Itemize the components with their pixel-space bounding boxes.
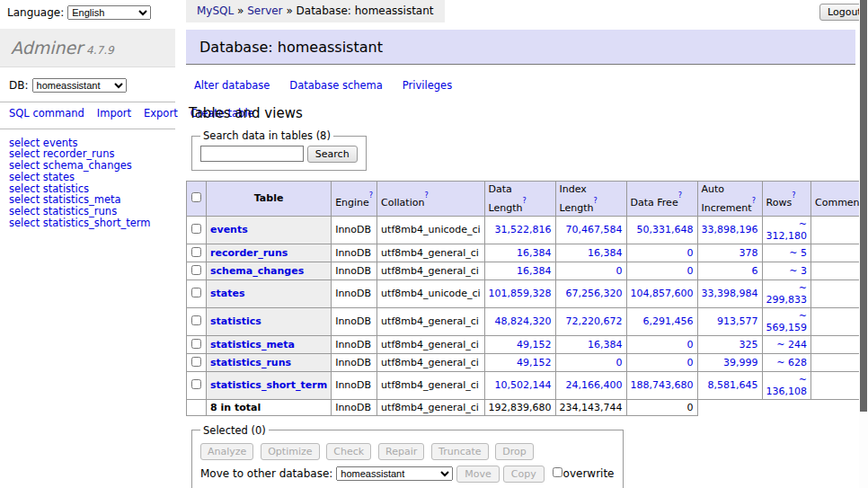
sql-command-link[interactable]: SQL command — [9, 107, 84, 120]
export-link[interactable]: Export — [144, 107, 178, 120]
overwrite-checkbox[interactable] — [553, 467, 562, 477]
data-free-link[interactable]: 188,743,680 — [631, 379, 694, 391]
rows-count-link[interactable]: ~ 628 — [776, 357, 807, 368]
total-label: 8 in total — [207, 399, 332, 415]
database-schema-link[interactable]: Database schema — [289, 79, 382, 92]
search-input[interactable] — [200, 146, 304, 162]
table-name-link[interactable]: recorder_runs — [210, 247, 288, 259]
rows-count-link[interactable]: ~ 569,159 — [766, 310, 808, 333]
data-length-link[interactable]: 49,152 — [517, 357, 552, 368]
index-length-link[interactable]: 72,220,672 — [566, 315, 623, 327]
row-checkbox[interactable] — [191, 339, 201, 349]
index-length-link[interactable]: 0 — [616, 357, 623, 368]
row-checkbox-cell — [187, 335, 207, 353]
data-length-link[interactable]: 49,152 — [517, 339, 552, 350]
data-length-link[interactable]: 10,502,144 — [495, 379, 552, 391]
rows-count-link[interactable]: ~ 3 — [789, 265, 807, 277]
data-free-link[interactable]: 0 — [687, 265, 694, 277]
row-checkbox[interactable] — [191, 224, 201, 234]
alter-database-link[interactable]: Alter database — [194, 79, 270, 92]
index-length-link[interactable]: 70,467,584 — [566, 224, 623, 235]
row-checkbox[interactable] — [191, 288, 201, 297]
table-name-link[interactable]: statistics — [210, 315, 261, 327]
search-button[interactable]: Search — [307, 146, 358, 163]
sidebar-table-list: select events select recorder_runs selec… — [0, 138, 175, 229]
row-checkbox[interactable] — [191, 379, 201, 389]
rows-count-link[interactable]: ~ 299,833 — [766, 282, 808, 306]
row-checkbox[interactable] — [191, 315, 201, 325]
breadcrumb-separator: » — [286, 4, 292, 17]
collation-cell: utf8mb4_unicode_ci — [377, 216, 484, 244]
index-length-link[interactable]: 16,384 — [588, 247, 623, 259]
table-name-link[interactable]: events — [210, 224, 248, 235]
sidebar-item-select-states[interactable]: select states — [9, 172, 166, 183]
data-free-link[interactable]: 50,331,648 — [637, 224, 694, 235]
collation-help-link[interactable]: ? — [424, 191, 428, 200]
truncate-button: Truncate — [431, 443, 488, 460]
auto-increment-link[interactable]: 33,898,196 — [702, 224, 758, 235]
data-free-link[interactable]: 0 — [687, 247, 694, 259]
table-name-link[interactable]: statistics_meta — [210, 339, 295, 350]
data-length-link[interactable]: 31,522,816 — [495, 224, 552, 235]
move-database-select[interactable]: homeassistant — [336, 466, 453, 481]
auto-increment-link[interactable]: 378 — [740, 247, 758, 259]
sidebar-item-select-statistics-short-term[interactable]: select statistics_short_term — [9, 217, 166, 229]
sidebar: Language:English Adminer4.7.9 DB:homeass… — [0, 0, 175, 229]
auto-increment-link[interactable]: 325 — [740, 339, 758, 350]
select-all-checkbox[interactable] — [191, 192, 201, 202]
import-link[interactable]: Import — [97, 107, 131, 120]
index-length-link[interactable]: 16,384 — [588, 339, 623, 350]
sidebar-item-select-schema-changes[interactable]: select schema_changes — [9, 160, 166, 172]
auto-increment-link[interactable]: 6 — [752, 265, 758, 277]
rows-count-link[interactable]: ~ 5 — [789, 247, 807, 259]
db-select[interactable]: homeassistant — [32, 78, 127, 93]
data-free-link[interactable]: 6,291,456 — [643, 315, 694, 327]
auto-increment-link[interactable]: 39,999 — [723, 357, 758, 368]
index-length-link[interactable]: 24,166,400 — [566, 379, 623, 391]
table-name-link[interactable]: statistics_short_term — [210, 379, 327, 391]
data-free-link[interactable]: 0 — [687, 357, 694, 368]
breadcrumb-mysql-link[interactable]: MySQL — [197, 4, 234, 17]
data-length-help-link[interactable]: ? — [523, 197, 527, 205]
data-length-link[interactable]: 101,859,328 — [489, 288, 552, 299]
rows-help-link[interactable]: ? — [792, 191, 795, 200]
data-length-link[interactable]: 16,384 — [517, 265, 552, 277]
rows-count-link[interactable]: ~ 244 — [776, 339, 807, 350]
table-name-link[interactable]: statistics_runs — [210, 357, 291, 368]
total-index-length: 234,143,744 — [555, 399, 626, 415]
breadcrumb-server-link[interactable]: Server — [247, 4, 282, 17]
overwrite-label[interactable]: overwrite — [563, 467, 615, 480]
rows-count-link[interactable]: ~ 136,108 — [766, 374, 808, 397]
analyze-button: Analyze — [200, 443, 253, 460]
data-free-help-link[interactable]: ? — [678, 191, 682, 200]
row-checkbox[interactable] — [191, 247, 201, 257]
data-length-link[interactable]: 48,824,320 — [495, 315, 552, 327]
engine-cell: InnoDB — [332, 216, 377, 244]
index-length-link[interactable]: 0 — [616, 265, 623, 277]
column-header-data-length: Data Length? — [484, 182, 555, 217]
move-label: Move to other database: — [200, 467, 332, 480]
index-length-link[interactable]: 67,256,320 — [566, 288, 623, 299]
table-name-link[interactable]: schema_changes — [210, 265, 304, 277]
main-content: Database: homeassistant Alter databaseDa… — [186, 22, 855, 488]
auto-increment-link[interactable]: 913,577 — [717, 315, 758, 327]
privileges-link[interactable]: Privileges — [403, 79, 452, 92]
column-header-data-free: Data Free? — [626, 182, 697, 217]
index-length-help-link[interactable]: ? — [594, 197, 598, 205]
table-name-link[interactable]: states — [210, 288, 245, 299]
row-checkbox[interactable] — [191, 357, 201, 367]
auto-increment-link[interactable]: 8,581,645 — [708, 379, 758, 391]
auto-increment-link[interactable]: 33,398,984 — [702, 288, 758, 299]
total-collation: utf8mb4_general_ci — [377, 399, 484, 415]
language-select[interactable]: English — [67, 5, 151, 20]
scrollbar-thumb[interactable] — [860, 0, 867, 412]
data-free-link[interactable]: 104,857,600 — [631, 288, 694, 299]
vertical-scrollbar[interactable] — [859, 0, 868, 488]
engine-help-link[interactable]: ? — [369, 191, 373, 200]
auto-increment-help-link[interactable]: ? — [752, 197, 756, 205]
data-free-link[interactable]: 0 — [687, 339, 694, 350]
optimize-button: Optimize — [261, 443, 319, 460]
rows-count-link[interactable]: ~ 312,180 — [766, 218, 808, 242]
row-checkbox[interactable] — [191, 265, 201, 275]
data-length-link[interactable]: 16,384 — [517, 247, 552, 259]
